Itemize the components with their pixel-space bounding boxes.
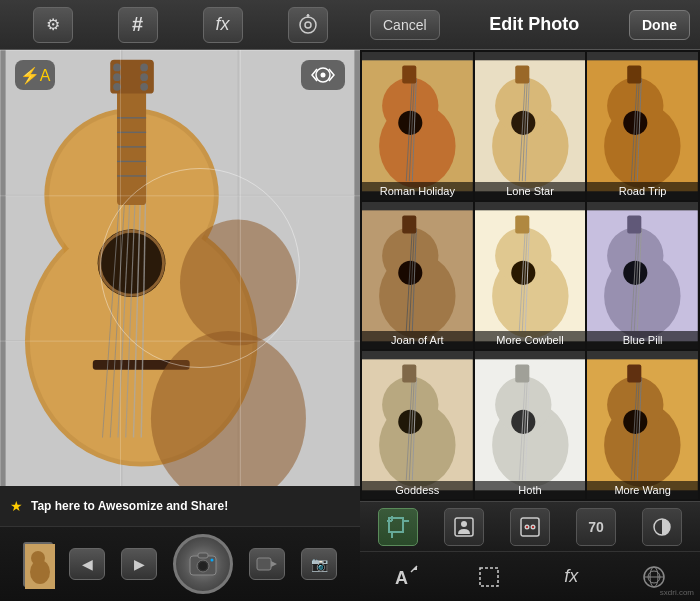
svg-point-42 — [31, 551, 45, 565]
svg-point-0 — [300, 17, 316, 33]
right-bottom-toolbar: 70 — [360, 501, 700, 551]
photo-mode-icon: 📷 — [311, 556, 328, 572]
selection-icon — [476, 564, 502, 590]
flip-icon — [309, 64, 337, 86]
portrait-tool-button[interactable] — [444, 508, 484, 546]
filter-hoth-label: Hoth — [475, 481, 586, 499]
svg-rect-121 — [515, 365, 529, 383]
video-button[interactable] — [249, 548, 285, 580]
back-icon: ◀ — [82, 556, 93, 572]
svg-point-39 — [321, 73, 326, 78]
filter-roman-holiday[interactable]: Roman Holiday — [362, 52, 473, 200]
filter-more-wang[interactable]: More Wang — [587, 351, 698, 499]
svg-rect-103 — [628, 215, 642, 233]
camera-icon — [188, 549, 218, 579]
contrast-icon — [651, 516, 673, 538]
thumb-icon — [25, 544, 55, 589]
filter-goddess-thumb — [362, 351, 473, 499]
filter-more-cowbell[interactable]: More Cowbell — [475, 202, 586, 350]
watermark-text: sxdri.com — [660, 588, 694, 597]
filter-roman-holiday-thumb — [362, 52, 473, 200]
svg-rect-112 — [402, 365, 416, 383]
share-area[interactable]: ★ Tap here to Awesomize and Share! — [0, 486, 360, 526]
redeye-tool-button[interactable] — [510, 508, 550, 546]
share-icon: ★ — [10, 498, 23, 514]
right-bottom-bar2: A fx sxdri.com — [360, 551, 700, 601]
nav-forward-button[interactable]: ▶ — [121, 548, 157, 580]
settings-icon: ⚙ — [46, 15, 60, 34]
select-tool-button[interactable] — [469, 558, 509, 596]
portrait-icon — [453, 516, 475, 538]
share-text: Tap here to Awesomize and Share! — [31, 499, 228, 513]
fx-tool-button[interactable]: fx — [551, 558, 591, 596]
svg-rect-58 — [402, 65, 416, 83]
filter-more-wang-thumb — [587, 351, 698, 499]
svg-point-141 — [526, 526, 528, 528]
filter-goddess-label: Goddess — [362, 481, 473, 499]
svg-rect-46 — [198, 553, 208, 558]
flip-camera-button[interactable] — [301, 60, 345, 90]
filter-roman-holiday-label: Roman Holiday — [362, 182, 473, 200]
filter-lone-star[interactable]: Lone Star — [475, 52, 586, 200]
settings-button[interactable]: ⚙ — [33, 7, 73, 43]
filter-more-cowbell-thumb — [475, 202, 586, 350]
svg-rect-85 — [402, 215, 416, 233]
rotate-icon — [297, 14, 319, 36]
svg-point-142 — [532, 526, 534, 528]
text-tool-button[interactable]: A — [386, 558, 426, 596]
nav-back-button[interactable]: ◀ — [69, 548, 105, 580]
left-panel: ⚙ # fx — [0, 0, 360, 601]
svg-point-1 — [305, 22, 311, 28]
photo-thumbnail[interactable] — [23, 542, 53, 587]
fx-tool-icon: fx — [564, 566, 578, 587]
level-number: 70 — [588, 519, 604, 535]
cancel-button[interactable]: Cancel — [370, 10, 440, 40]
filter-road-trip-label: Road Trip — [587, 182, 698, 200]
crop-tool-button[interactable] — [378, 508, 418, 546]
filter-more-wang-label: More Wang — [587, 481, 698, 499]
extra-nav-button[interactable]: 📷 — [301, 548, 337, 580]
filter-blue-pill[interactable]: Blue Pill — [587, 202, 698, 350]
flash-button[interactable]: ⚡A — [15, 60, 55, 90]
svg-rect-48 — [257, 558, 271, 570]
done-button[interactable]: Done — [629, 10, 690, 40]
filter-road-trip-thumb — [587, 52, 698, 200]
svg-rect-138 — [521, 518, 539, 536]
circle-overlay — [100, 168, 300, 368]
filter-hoth-thumb — [475, 351, 586, 499]
left-toolbar: ⚙ # fx — [0, 0, 360, 50]
grid-button[interactable]: # — [118, 7, 158, 43]
svg-rect-130 — [628, 365, 642, 383]
text-icon: A — [393, 564, 419, 590]
svg-text:A: A — [395, 568, 408, 588]
level-tool-button[interactable]: 70 — [576, 508, 616, 546]
fx-icon: fx — [215, 14, 229, 35]
right-panel: Cancel Edit Photo Done Roman Holiday — [360, 0, 700, 601]
filter-more-cowbell-label: More Cowbell — [475, 331, 586, 349]
capture-button[interactable] — [173, 534, 233, 594]
filter-blue-pill-label: Blue Pill — [587, 331, 698, 349]
right-header: Cancel Edit Photo Done — [360, 0, 700, 50]
fx-button[interactable]: fx — [203, 7, 243, 43]
svg-rect-94 — [515, 215, 529, 233]
filter-goddess[interactable]: Goddess — [362, 351, 473, 499]
photo-area: ⚡A — [0, 50, 360, 486]
filters-grid: Roman Holiday Lone Star — [360, 50, 700, 501]
filter-joan-of-art-thumb — [362, 202, 473, 350]
contrast-tool-button[interactable] — [642, 508, 682, 546]
filter-lone-star-thumb — [475, 52, 586, 200]
forward-icon: ▶ — [134, 556, 145, 572]
svg-rect-147 — [480, 568, 498, 586]
filter-blue-pill-thumb — [587, 202, 698, 350]
rotate-button[interactable] — [288, 7, 328, 43]
filter-hoth[interactable]: Hoth — [475, 351, 586, 499]
filter-joan-of-art[interactable]: Joan of Art — [362, 202, 473, 350]
svg-marker-3 — [306, 14, 310, 16]
svg-marker-49 — [271, 561, 277, 567]
filter-joan-of-art-label: Joan of Art — [362, 331, 473, 349]
edit-photo-title: Edit Photo — [489, 14, 579, 35]
filter-road-trip[interactable]: Road Trip — [587, 52, 698, 200]
bottom-controls: ◀ ▶ 📷 — [0, 526, 360, 601]
video-icon — [256, 555, 278, 573]
svg-point-45 — [199, 562, 207, 570]
